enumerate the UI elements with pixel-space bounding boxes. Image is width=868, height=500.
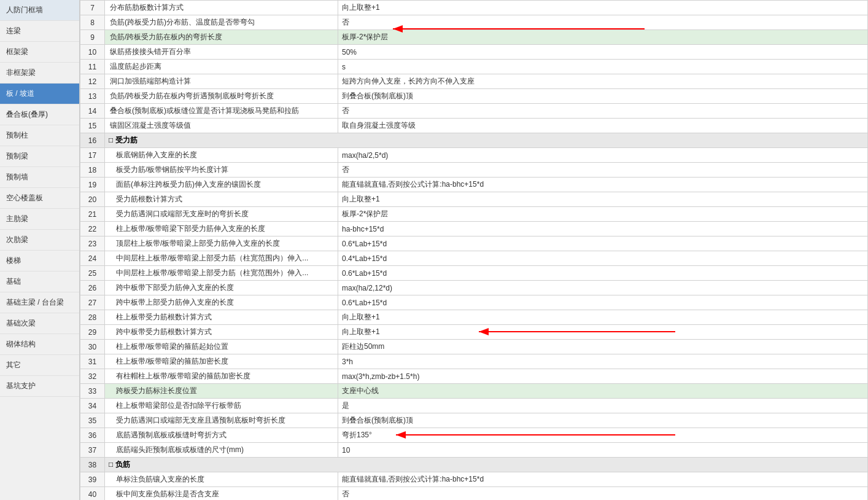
table-row[interactable]: 13 负筋/跨板受力筋在板内弯折遇预制底板时弯折长度 到叠合板(预制底板)顶 — [80, 89, 868, 104]
table-row[interactable]: 25 中间层柱上板带/板带暗梁上部受力筋（柱宽范围外）伸入... 0.6*Lab… — [80, 266, 868, 281]
sidebar-item-10[interactable]: 主肋梁 — [0, 209, 79, 230]
table-row[interactable]: 31 柱上板带/板带暗梁的箍筋加密长度 3*h — [80, 354, 868, 369]
table-row[interactable]: 15 镶固区混凝土强度等级值 取自身混凝土强度等级 — [80, 119, 868, 133]
sidebar-item-14[interactable]: 基础主梁 / 台台梁 — [0, 292, 79, 313]
row-value[interactable]: max(3*h,zmb-zb+1.5*h) — [338, 369, 868, 384]
sidebar-item-2[interactable]: 框架梁 — [0, 42, 79, 63]
sidebar-item-13[interactable]: 基础 — [0, 271, 79, 292]
row-label: 板底钢筋伸入支座的长度 — [105, 148, 338, 163]
section-toggle[interactable]: □ — [109, 136, 113, 144]
table-row[interactable]: 33 跨板受力筋标注长度位置 支座中心线 — [80, 384, 868, 399]
table-row[interactable]: 35 受力筋遇洞口或端部无支座且遇预制底板时弯折长度 到叠合板(预制底板)顶 — [80, 413, 868, 428]
row-label: 负筋(跨板受力筋)分布筋、温度筋是否带弯勾 — [105, 15, 338, 30]
table-row[interactable]: 30 柱上板带/板带暗梁的箍筋起始位置 距柱边50mm — [80, 340, 868, 354]
row-number: 33 — [80, 384, 105, 399]
table-row[interactable]: 10 纵筋搭接接头错开百分率 50% — [80, 45, 868, 60]
row-value[interactable]: 向上取整+1 — [338, 325, 868, 340]
row-label: 温度筋起步距离 — [105, 60, 338, 74]
row-number: 36 — [80, 428, 105, 443]
sidebar-item-12[interactable]: 楼梯 — [0, 251, 79, 271]
table-row[interactable]: 23 顶层柱上板带/板带暗梁上部受力筋伸入支座的长度 0.6*Lab+15*d — [80, 236, 868, 251]
row-value[interactable]: 0.6*Lab+15*d — [338, 236, 868, 251]
table-row[interactable]: 29 跨中板带受力筋根数计算方式 向上取整+1 — [80, 325, 868, 340]
sidebar-item-5[interactable]: 叠合板(叠厚) — [0, 104, 79, 125]
sidebar-item-8[interactable]: 预制墙 — [0, 167, 79, 188]
row-value[interactable]: 0.6*Lab+15*d — [338, 295, 868, 310]
table-row[interactable]: 26 跨中板带下部受力筋伸入支座的长度 max(ha/2,12*d) — [80, 281, 868, 295]
table-row[interactable]: 22 柱上板带/板带暗梁下部受力筋伸入支座的长度 ha-bhc+15*d — [80, 222, 868, 236]
table-row[interactable]: 8 负筋(跨板受力筋)分布筋、温度筋是否带弯勾 否 — [80, 15, 868, 30]
sidebar-item-9[interactable]: 空心楼盖板 — [0, 188, 79, 209]
row-value[interactable]: 弯折135° — [338, 428, 868, 443]
row-value[interactable]: s — [338, 60, 868, 74]
row-value[interactable]: 10 — [338, 443, 868, 458]
table-row[interactable]: 37 底筋端头距预制底板或板缝的尺寸(mm) 10 — [80, 443, 868, 458]
section-header-label: □受力筋 — [105, 133, 868, 148]
row-value[interactable]: 50% — [338, 45, 868, 60]
table-row[interactable]: 28 柱上板带受力筋根数计算方式 向上取整+1 — [80, 310, 868, 325]
table-row[interactable]: 9 负筋/跨板受力筋在板内的弯折长度 板厚-2*保护层 — [80, 30, 868, 45]
row-value[interactable]: 向上取整+1 — [338, 192, 868, 207]
row-number: 22 — [80, 222, 105, 236]
row-number: 27 — [80, 295, 105, 310]
row-value[interactable]: 能直锚就直锚,否则按公式计算:ha-bhc+15*d — [338, 472, 868, 487]
sidebar-item-15[interactable]: 基础次梁 — [0, 313, 79, 334]
row-value[interactable]: 到叠合板(预制底板)顶 — [338, 413, 868, 428]
row-value[interactable]: 0.6*Lab+15*d — [338, 266, 868, 281]
row-number: 13 — [80, 89, 105, 104]
row-value[interactable]: 向上取整+1 — [338, 310, 868, 325]
sidebar-item-0[interactable]: 人防门框墙 — [0, 0, 79, 21]
table-row[interactable]: 24 中间层柱上板带/板带暗梁上部受力筋（柱宽范围内）伸入... 0.4*Lab… — [80, 251, 868, 266]
row-value[interactable]: 短跨方向伸入支座，长跨方向不伸入支座 — [338, 74, 868, 89]
row-value[interactable]: 向上取整+1 — [338, 1, 868, 15]
row-value[interactable]: 取自身混凝土强度等级 — [338, 119, 868, 133]
row-value[interactable]: 板厚-2*保护层 — [338, 207, 868, 222]
section-toggle[interactable]: □ — [109, 460, 113, 469]
row-value[interactable]: 距柱边50mm — [338, 340, 868, 354]
row-value[interactable]: 3*h — [338, 354, 868, 369]
table-row[interactable]: 14 叠合板(预制底板)或板缝位置是否计算现浇板马凳筋和拉筋 否 — [80, 104, 868, 119]
row-label: 柱上板带/板带暗梁下部受力筋伸入支座的长度 — [105, 222, 338, 236]
table-row[interactable]: 40 板中间支座负筋标注是否含支座 否 — [80, 487, 868, 501]
main-content[interactable]: 7 分布筋肋板数计算方式 向上取整+1 8 负筋(跨板受力筋)分布筋、温度筋是否… — [80, 0, 868, 500]
table-row[interactable]: 19 面筋(单标注跨板受力筋)伸入支座的镶固长度 能直锚就直锚,否则按公式计算:… — [80, 178, 868, 192]
sidebar-item-7[interactable]: 预制梁 — [0, 146, 79, 167]
sidebar-item-4[interactable]: 板 / 坡道 — [0, 84, 79, 104]
row-value[interactable]: 支座中心线 — [338, 384, 868, 399]
row-value[interactable]: 否 — [338, 163, 868, 178]
table-row[interactable]: 34 柱上板带暗梁部位是否扣除平行板带筋 是 — [80, 399, 868, 413]
row-label: 底筋遇预制底板或板缝时弯折方式 — [105, 428, 338, 443]
table-row[interactable]: 18 板受力筋/板带钢筋按平均长度计算 否 — [80, 163, 868, 178]
row-value[interactable]: 否 — [338, 104, 868, 119]
row-value[interactable]: 到叠合板(预制底板)顶 — [338, 89, 868, 104]
row-value[interactable]: 能直锚就直锚,否则按公式计算:ha-bhc+15*d — [338, 178, 868, 192]
table-row[interactable]: 36 底筋遇预制底板或板缝时弯折方式 弯折135° — [80, 428, 868, 443]
sidebar-item-18[interactable]: 基坑支护 — [0, 376, 79, 397]
row-number: 15 — [80, 119, 105, 133]
table-row[interactable]: 17 板底钢筋伸入支座的长度 max(ha/2,5*d) — [80, 148, 868, 163]
row-value[interactable]: max(ha/2,12*d) — [338, 281, 868, 295]
row-value[interactable]: ha-bhc+15*d — [338, 222, 868, 236]
sidebar-item-3[interactable]: 非框架梁 — [0, 63, 79, 84]
sidebar-item-6[interactable]: 预制柱 — [0, 125, 79, 146]
sidebar-item-11[interactable]: 次肋梁 — [0, 230, 79, 251]
table-row[interactable]: 21 受力筋遇洞口或端部无支座时的弯折长度 板厚-2*保护层 — [80, 207, 868, 222]
table-row[interactable]: 32 有柱帽柱上板带/板带暗梁的箍筋加密长度 max(3*h,zmb-zb+1.… — [80, 369, 868, 384]
table-row[interactable]: 7 分布筋肋板数计算方式 向上取整+1 — [80, 1, 868, 15]
table-row[interactable]: 39 单标注负筋镶入支座的长度 能直锚就直锚,否则按公式计算:ha-bhc+15… — [80, 472, 868, 487]
sidebar-item-1[interactable]: 连梁 — [0, 21, 79, 42]
sidebar-item-17[interactable]: 其它 — [0, 355, 79, 376]
table-row[interactable]: 12 洞口加强筋端部构造计算 短跨方向伸入支座，长跨方向不伸入支座 — [80, 74, 868, 89]
row-value[interactable]: 否 — [338, 487, 868, 501]
table-row[interactable]: 11 温度筋起步距离 s — [80, 60, 868, 74]
row-value[interactable]: 否 — [338, 15, 868, 30]
sidebar-item-16[interactable]: 砌体结构 — [0, 334, 79, 355]
row-value[interactable]: max(ha/2,5*d) — [338, 148, 868, 163]
row-label: 跨板受力筋标注长度位置 — [105, 384, 338, 399]
row-value[interactable]: 板厚-2*保护层 — [338, 30, 868, 45]
table-row[interactable]: 27 跨中板带上部受力筋伸入支座的长度 0.6*Lab+15*d — [80, 295, 868, 310]
row-value[interactable]: 0.4*Lab+15*d — [338, 251, 868, 266]
row-number: 37 — [80, 443, 105, 458]
table-row[interactable]: 20 受力筋根数计算方式 向上取整+1 — [80, 192, 868, 207]
row-value[interactable]: 是 — [338, 399, 868, 413]
